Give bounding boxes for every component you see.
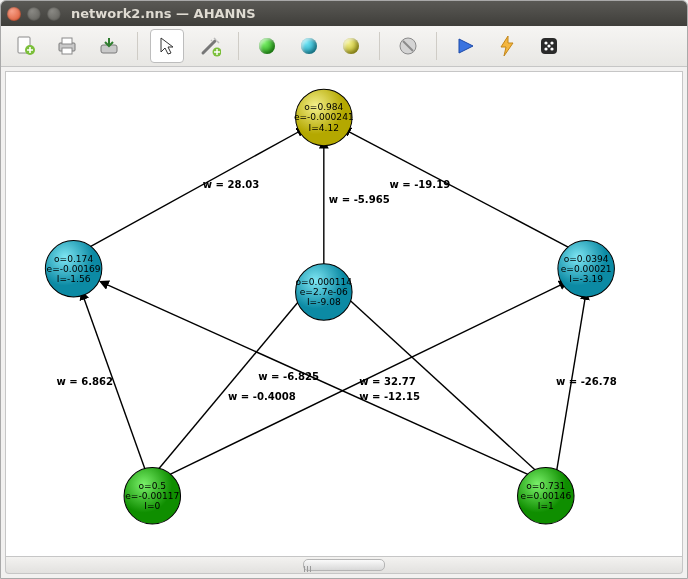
window-maximize-button[interactable]	[47, 7, 61, 21]
new-file-button[interactable]	[9, 30, 41, 62]
edge-label: w = 32.77	[359, 375, 416, 386]
node-value: I=0	[144, 501, 160, 511]
randomize-icon	[539, 36, 559, 56]
node-value: o=0.5	[138, 480, 166, 490]
window-close-button[interactable]	[7, 7, 21, 21]
grip-icon	[304, 566, 311, 572]
network-canvas[interactable]: w = 28.03 w = -5.965 w = -19.19 w = 6.86…	[5, 71, 683, 557]
run-icon	[455, 36, 475, 56]
add-input-node-icon	[259, 38, 275, 54]
edge-label: w = -19.19	[389, 179, 450, 190]
svg-point-11	[547, 44, 550, 47]
node-value: e=-0.00169	[47, 263, 101, 273]
node-value: e=-0.00117	[125, 490, 179, 500]
cursor-icon	[157, 36, 177, 56]
node-value: o=0.174	[54, 253, 93, 263]
file-new-icon	[14, 35, 36, 57]
node-value: I=4.12	[309, 122, 340, 132]
randomize-button[interactable]	[533, 30, 565, 62]
toolbar	[1, 26, 687, 66]
node-value: o=0.0394	[564, 253, 609, 263]
svg-rect-3	[62, 38, 72, 44]
train-icon	[498, 35, 516, 57]
edge-label: w = 6.862	[56, 375, 113, 386]
edge-label: w = -0.4008	[228, 391, 296, 402]
disable-icon	[398, 36, 418, 56]
node-value: I=-9.08	[307, 297, 341, 307]
node-value: e=-0.000241	[294, 112, 354, 122]
edge-h1-out[interactable]	[87, 128, 305, 248]
node-value: I=1	[538, 501, 554, 511]
toolbar-separator	[379, 32, 380, 60]
toolbar-separator	[238, 32, 239, 60]
edge-label: w = 28.03	[203, 179, 260, 190]
node-value: I=-1.56	[57, 274, 91, 284]
toolbar-separator	[436, 32, 437, 60]
node-value: o=0.000114	[296, 277, 353, 287]
add-hidden-node-button[interactable]	[293, 30, 325, 62]
open-button[interactable]	[93, 30, 125, 62]
toolbar-separator	[137, 32, 138, 60]
svg-point-10	[550, 41, 553, 44]
print-icon	[56, 35, 78, 57]
edge-label: w = -12.15	[359, 391, 420, 402]
edge-label: w = -26.78	[556, 375, 617, 386]
edge-label: w = -6.825	[258, 370, 319, 381]
node-output[interactable]: o=0.984 e=-0.000241 I=4.12	[294, 89, 354, 146]
print-button[interactable]	[51, 30, 83, 62]
open-icon	[98, 35, 120, 57]
add-hidden-node-icon	[301, 38, 317, 54]
svg-point-9	[544, 41, 547, 44]
window-minimize-button[interactable]	[27, 7, 41, 21]
app-window: network2.nns — AHANNS	[0, 0, 688, 579]
svg-point-12	[544, 47, 547, 50]
edge-label: w = -5.965	[329, 194, 390, 205]
cursor-tool-button[interactable]	[150, 29, 184, 63]
train-button[interactable]	[491, 30, 523, 62]
node-hidden-3[interactable]: o=0.0394 e=0.00021 I=-3.19	[558, 240, 615, 297]
titlebar: network2.nns — AHANNS	[1, 1, 687, 26]
wand-add-icon	[199, 35, 221, 57]
disable-button[interactable]	[392, 30, 424, 62]
node-input-1[interactable]: o=0.5 e=-0.00117 I=0	[124, 467, 181, 524]
canvas-area: w = 28.03 w = -5.965 w = -19.19 w = 6.86…	[1, 67, 687, 578]
node-value: e=0.00021	[561, 263, 612, 273]
node-value: I=-3.19	[569, 274, 603, 284]
add-output-node-icon	[343, 38, 359, 54]
add-output-node-button[interactable]	[335, 30, 367, 62]
window-title: network2.nns — AHANNS	[71, 6, 256, 21]
node-value: o=0.731	[526, 480, 565, 490]
node-value: o=0.984	[304, 102, 343, 112]
horizontal-scrollbar[interactable]	[5, 557, 683, 574]
scrollbar-thumb[interactable]	[303, 559, 385, 571]
node-value: e=0.00146	[520, 490, 571, 500]
add-connection-button[interactable]	[194, 30, 226, 62]
node-hidden-2[interactable]: o=0.000114 e=2.7e-06 I=-9.08	[296, 263, 353, 320]
svg-point-13	[550, 47, 553, 50]
node-value: e=2.7e-06	[300, 287, 348, 297]
add-input-node-button[interactable]	[251, 30, 283, 62]
svg-rect-4	[62, 48, 72, 54]
edge-h3-out[interactable]	[343, 128, 571, 248]
node-input-2[interactable]: o=0.731 e=0.00146 I=1	[518, 467, 575, 524]
run-button[interactable]	[449, 30, 481, 62]
node-hidden-1[interactable]: o=0.174 e=-0.00169 I=-1.56	[45, 240, 102, 297]
